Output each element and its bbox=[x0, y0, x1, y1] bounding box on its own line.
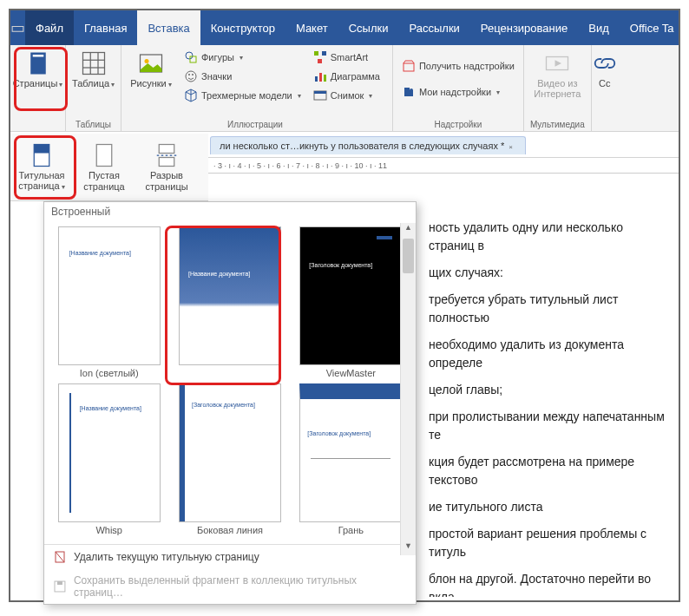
svg-rect-2 bbox=[82, 53, 104, 75]
svg-rect-16 bbox=[318, 59, 322, 63]
media-group-label: Мультимедиа bbox=[530, 118, 585, 129]
table-button[interactable]: Таблица▾ bbox=[69, 49, 118, 91]
doc-text: необходимо удалить из документа определе bbox=[429, 336, 668, 372]
page-icon bbox=[25, 50, 51, 76]
shapes-icon bbox=[184, 50, 198, 64]
document-tab-row: ли несколько ст…икнуть у пользователя в … bbox=[208, 134, 679, 158]
save-to-gallery-item: Сохранить выделенный фрагмент в коллекци… bbox=[44, 569, 416, 604]
scroll-up-icon[interactable]: ▲ bbox=[401, 223, 416, 237]
svg-rect-26 bbox=[96, 145, 112, 167]
cover-page-gallery: Встроенный [Название документа] Ion (све… bbox=[43, 201, 417, 605]
svg-line-31 bbox=[56, 552, 64, 562]
svg-rect-28 bbox=[159, 158, 174, 167]
svg-rect-22 bbox=[404, 63, 414, 71]
scroll-down-icon[interactable]: ▼ bbox=[401, 541, 416, 555]
video-icon bbox=[544, 50, 570, 76]
screenshot-icon bbox=[313, 88, 327, 102]
ribbon: Страницы▾ Таблица▾ Таблицы Рисунки▾ bbox=[10, 45, 679, 132]
svg-rect-33 bbox=[57, 581, 62, 585]
my-addins-button[interactable]: Мои надстройки▾ bbox=[398, 83, 518, 101]
gallery-thumb-gradient[interactable]: [Название документа] bbox=[172, 226, 287, 378]
chart-icon bbox=[313, 69, 327, 83]
blank-page-button[interactable]: Пустая страница bbox=[73, 134, 135, 200]
title-bar: ▭ Файл Главная Вставка Конструктор Макет… bbox=[10, 10, 679, 45]
gallery-thumb-ion[interactable]: [Название документа] Ion (светлый) bbox=[51, 226, 167, 378]
svg-point-9 bbox=[186, 52, 193, 59]
svg-rect-15 bbox=[322, 51, 326, 56]
link-icon bbox=[592, 50, 618, 76]
tab-references[interactable]: Ссылки bbox=[338, 10, 399, 45]
close-icon[interactable]: × bbox=[509, 143, 513, 151]
smartart-icon bbox=[313, 50, 327, 64]
delete-icon bbox=[53, 550, 67, 564]
doc-text: ность удалить одну или несколько страниц… bbox=[429, 219, 668, 255]
svg-point-13 bbox=[192, 74, 194, 75]
tab-design[interactable]: Конструктор bbox=[200, 10, 285, 45]
illustrations-group-label: Иллюстрации bbox=[227, 118, 283, 129]
tab-home[interactable]: Главная bbox=[74, 10, 137, 45]
smartart-button[interactable]: SmartArt bbox=[310, 49, 384, 66]
window-icon: ▭ bbox=[10, 10, 25, 45]
gallery-thumb-facet[interactable]: [Заголовок документа] Грань bbox=[293, 383, 409, 535]
tables-group-label: Таблицы bbox=[75, 118, 111, 129]
svg-rect-25 bbox=[34, 145, 49, 154]
screenshot-button[interactable]: Снимок▾ bbox=[310, 87, 384, 104]
links-button[interactable]: Сс bbox=[581, 49, 629, 90]
svg-rect-1 bbox=[32, 55, 43, 57]
page-break-button[interactable]: Разрыв страницы bbox=[135, 134, 198, 200]
video-button[interactable]: Видео из Интернета bbox=[533, 49, 581, 101]
remove-cover-page-item[interactable]: Удалить текущую титульную страницу bbox=[44, 545, 416, 569]
doc-text: кция будет рассмотрена на примере тексто… bbox=[429, 453, 668, 489]
tab-mailings[interactable]: Рассылки bbox=[398, 10, 469, 45]
ruler[interactable]: · 3 · ı · 4 · ı · 5 · ı · 6 · ı · 7 · ı … bbox=[208, 158, 679, 174]
tab-layout[interactable]: Макет bbox=[285, 10, 338, 45]
doc-text: требуется убрать титульный лист полность… bbox=[429, 291, 668, 327]
document-area[interactable]: ность удалить одну или несколько страниц… bbox=[422, 184, 675, 597]
ribbon-tabs: Файл Главная Вставка Конструктор Макет С… bbox=[25, 10, 685, 45]
cover-page-button[interactable]: Титульная страница▾ bbox=[10, 134, 73, 200]
tab-office[interactable]: Office Ta bbox=[620, 10, 685, 45]
svg-point-11 bbox=[186, 71, 196, 82]
tab-view[interactable]: Вид bbox=[578, 10, 620, 45]
scroll-thumb[interactable] bbox=[403, 239, 414, 273]
gallery-thumb-whisp[interactable]: [Название документа] Whisp bbox=[51, 383, 167, 535]
tab-review[interactable]: Рецензирование bbox=[470, 10, 578, 45]
doc-text: простой вариант решения проблемы с титул… bbox=[429, 525, 668, 561]
gallery-scrollbar[interactable]: ▲ ▼ bbox=[400, 223, 416, 555]
addins-icon bbox=[402, 85, 416, 99]
cover-page-icon bbox=[29, 142, 55, 168]
svg-rect-18 bbox=[319, 73, 322, 82]
pages-button[interactable]: Страницы▾ bbox=[14, 49, 62, 91]
doc-text: при пролистывании между напечатанным те bbox=[429, 408, 668, 444]
doc-text: щих случаях: bbox=[429, 264, 668, 282]
svg-rect-10 bbox=[190, 56, 196, 62]
save-icon bbox=[53, 580, 67, 593]
svg-rect-27 bbox=[159, 145, 174, 154]
pictures-icon bbox=[138, 50, 164, 76]
cube-icon bbox=[184, 88, 198, 102]
3dmodels-button[interactable]: Трехмерные модели▾ bbox=[180, 87, 305, 104]
gallery-thumb-sideline[interactable]: [Заголовок документа] Боковая линия bbox=[172, 383, 287, 535]
shapes-button[interactable]: Фигуры▾ bbox=[180, 49, 305, 66]
pages-subribbon: Титульная страница▾ Пустая страница Разр… bbox=[10, 134, 208, 201]
tab-file[interactable]: Файл bbox=[25, 10, 74, 45]
doc-text: ие титульного листа bbox=[429, 498, 668, 516]
svg-point-8 bbox=[145, 59, 149, 63]
chart-button[interactable]: Диаграмма bbox=[310, 68, 384, 85]
svg-point-12 bbox=[188, 74, 190, 75]
get-addins-button[interactable]: Получить надстройки bbox=[398, 57, 518, 75]
store-icon bbox=[402, 59, 416, 73]
gallery-thumb-viewmaster[interactable]: [Заголовок документа] ViewMaster bbox=[293, 226, 409, 378]
gallery-section-header: Встроенный bbox=[44, 202, 416, 221]
tab-insert[interactable]: Вставка bbox=[137, 10, 200, 45]
pictures-button[interactable]: Рисунки▾ bbox=[127, 49, 175, 91]
svg-rect-17 bbox=[315, 76, 318, 82]
document-tab[interactable]: ли несколько ст…икнуть у пользователя в … bbox=[210, 136, 526, 154]
addins-group-label: Надстройки bbox=[434, 118, 482, 129]
icons-button[interactable]: Значки bbox=[180, 68, 305, 85]
blank-page-icon bbox=[91, 142, 117, 168]
table-icon bbox=[81, 50, 107, 76]
doc-text: блон на другой. Достаточно перейти во вк… bbox=[429, 570, 668, 597]
svg-rect-21 bbox=[314, 91, 326, 94]
page-break-icon bbox=[154, 142, 180, 168]
